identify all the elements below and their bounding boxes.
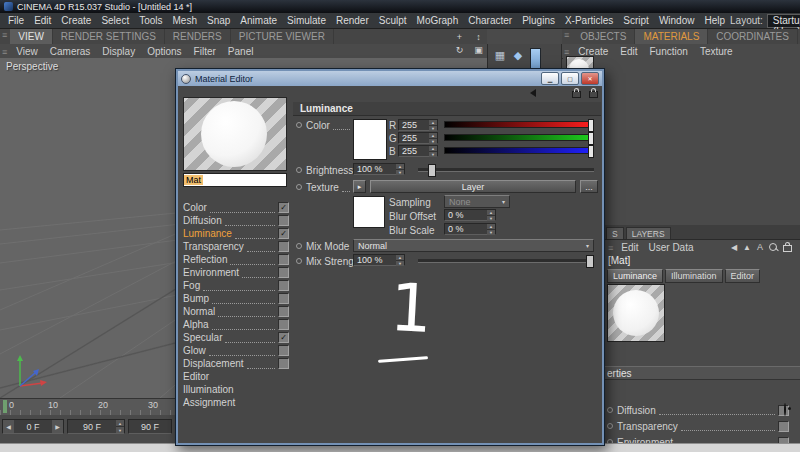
texture-shader-button[interactable]: Layer <box>370 180 576 193</box>
menu-simulate[interactable]: Simulate <box>282 14 331 27</box>
vp-menu-display[interactable]: Display <box>96 46 141 57</box>
channel-row-glow[interactable]: Glow <box>183 344 289 357</box>
red-value-field[interactable]: 255▲▼ <box>398 119 438 131</box>
normal-checkbox[interactable] <box>278 306 289 317</box>
animation-dot-icon[interactable] <box>296 243 302 249</box>
vp-menu-view[interactable]: View <box>10 46 44 57</box>
stepper[interactable]: ▲▼ <box>396 255 404 265</box>
panel-grip-icon[interactable]: ≡ <box>562 29 572 44</box>
diffusion-checkbox[interactable] <box>278 215 289 226</box>
render-update-icon[interactable] <box>784 403 786 416</box>
mix-strength-slider[interactable] <box>418 259 594 263</box>
menu-snap[interactable]: Snap <box>202 14 235 27</box>
environment-checkbox[interactable] <box>278 267 289 278</box>
channel-row-reflection[interactable]: Reflection <box>183 253 289 266</box>
max-frame-field[interactable]: 90 F <box>128 419 172 434</box>
am-menu-edit[interactable]: Edit <box>616 242 643 253</box>
slider-handle[interactable] <box>588 119 594 132</box>
slider-handle[interactable] <box>586 255 594 268</box>
tab-renders[interactable]: RENDERS <box>165 29 231 44</box>
channel-row-fog[interactable]: Fog <box>183 279 289 292</box>
end-frame-field[interactable]: 90 F ▲▼ <box>67 419 125 434</box>
panel-grip-icon[interactable]: ≡ <box>0 29 10 44</box>
menu-window[interactable]: Window <box>654 14 700 27</box>
mm-menu-texture[interactable]: Texture <box>694 46 739 57</box>
stepper[interactable]: ▲▼ <box>396 164 404 174</box>
blue-value-field[interactable]: 255▲▼ <box>398 145 438 157</box>
alpha-checkbox[interactable] <box>278 319 289 330</box>
channel-row-illumination[interactable]: Illumination <box>183 383 289 396</box>
menu-sculpt[interactable]: Sculpt <box>374 14 412 27</box>
channel-row-assignment[interactable]: Assignment <box>183 396 289 409</box>
pagetab-editor[interactable]: Editor <box>725 269 761 283</box>
attribute-material-preview[interactable] <box>607 284 665 342</box>
material-editor-dialog[interactable]: Material Editor ▁ ▢ ✕ Mat Color✓ Diffusi… <box>175 68 605 446</box>
slider-handle[interactable] <box>588 132 594 145</box>
menu-help[interactable]: Help <box>699 14 730 27</box>
material-name-input[interactable]: Mat <box>183 173 287 187</box>
sky-icon[interactable]: ◆ <box>510 47 526 63</box>
channel-row-alpha[interactable]: Alpha <box>183 318 289 331</box>
material-preview[interactable] <box>183 97 287 171</box>
animation-dot-icon[interactable] <box>296 167 302 173</box>
channel-row-color[interactable]: Color✓ <box>183 201 289 214</box>
slider-handle[interactable] <box>428 164 436 177</box>
vp-menu-panel[interactable]: Panel <box>222 46 260 57</box>
menu-select[interactable]: Select <box>96 14 134 27</box>
color-swatch[interactable] <box>353 119 387 160</box>
channel-row-specular[interactable]: Specular✓ <box>183 331 289 344</box>
mm-menu-function[interactable]: Function <box>644 46 694 57</box>
luminance-checkbox[interactable]: ✓ <box>278 228 289 239</box>
lock-icon[interactable] <box>589 91 598 98</box>
texture-thumbnail[interactable] <box>353 196 385 228</box>
fog-checkbox[interactable] <box>278 280 289 291</box>
red-slider[interactable] <box>444 121 594 128</box>
blur-scale-field[interactable]: 0 %▲▼ <box>444 223 496 235</box>
menu-plugins[interactable]: Plugins <box>517 14 560 27</box>
menu-mograph[interactable]: MoGraph <box>412 14 464 27</box>
menu-character[interactable]: Character <box>463 14 517 27</box>
channel-row-environment[interactable]: Environment <box>183 266 289 279</box>
pan-icon[interactable]: + <box>450 30 469 44</box>
panel-grip-icon[interactable]: ≡ <box>606 242 616 253</box>
panel-grip-icon[interactable]: ≡ <box>562 46 572 57</box>
stepper[interactable]: ▲▼ <box>429 120 437 130</box>
channel-row-transparency[interactable]: Transparency <box>183 240 289 253</box>
close-button[interactable]: ✕ <box>581 72 599 85</box>
mix-mode-dropdown[interactable]: Normal▾ <box>353 239 594 252</box>
menu-edit[interactable]: Edit <box>29 14 56 27</box>
animation-dot-icon[interactable] <box>296 258 302 264</box>
am-menu-user-data[interactable]: User Data <box>644 242 699 253</box>
animation-dot-icon[interactable] <box>607 407 613 413</box>
pin-icon[interactable] <box>572 91 581 98</box>
texture-popup-button[interactable]: ▸ <box>353 180 366 193</box>
tab-picture-viewer[interactable]: PICTURE VIEWER <box>231 29 334 44</box>
tab-objects[interactable]: OBJECTS <box>572 29 635 44</box>
tab-layers[interactable]: LAYERS <box>626 227 671 239</box>
vp-menu-cameras[interactable]: Cameras <box>44 46 97 57</box>
channel-row-displacement[interactable]: Displacement <box>183 357 289 370</box>
green-value-field[interactable]: 255▲▼ <box>398 132 438 144</box>
stepper[interactable]: ▲▼ <box>116 420 124 433</box>
menu-render[interactable]: Render <box>331 14 374 27</box>
vp-menu-filter[interactable]: Filter <box>188 46 222 57</box>
stepper[interactable]: ▲▼ <box>487 224 495 234</box>
glow-checkbox[interactable] <box>278 345 289 356</box>
displacement-checkbox[interactable] <box>278 358 289 369</box>
font-icon[interactable]: A <box>757 242 763 252</box>
color-checkbox[interactable]: ✓ <box>278 202 289 213</box>
animation-dot-icon[interactable] <box>296 122 302 128</box>
green-slider[interactable] <box>444 134 594 141</box>
tab-render-settings[interactable]: RENDER SETTINGS <box>53 29 165 44</box>
pagetab-luminance[interactable]: Luminance <box>607 269 663 283</box>
texture-browse-button[interactable]: ... <box>580 180 598 193</box>
stepper[interactable]: ▲▼ <box>429 146 437 156</box>
menu-create[interactable]: Create <box>56 14 96 27</box>
channel-row-editor[interactable]: Editor <box>183 370 289 383</box>
specular-checkbox[interactable]: ✓ <box>278 332 289 343</box>
animation-dot-icon[interactable] <box>296 184 302 190</box>
next-frame-icon[interactable]: ▶ <box>52 420 63 433</box>
maximize-button[interactable]: ▢ <box>561 72 579 85</box>
brightness-value-field[interactable]: 100 %▲▼ <box>353 163 405 175</box>
menu-animate[interactable]: Animate <box>235 14 282 27</box>
